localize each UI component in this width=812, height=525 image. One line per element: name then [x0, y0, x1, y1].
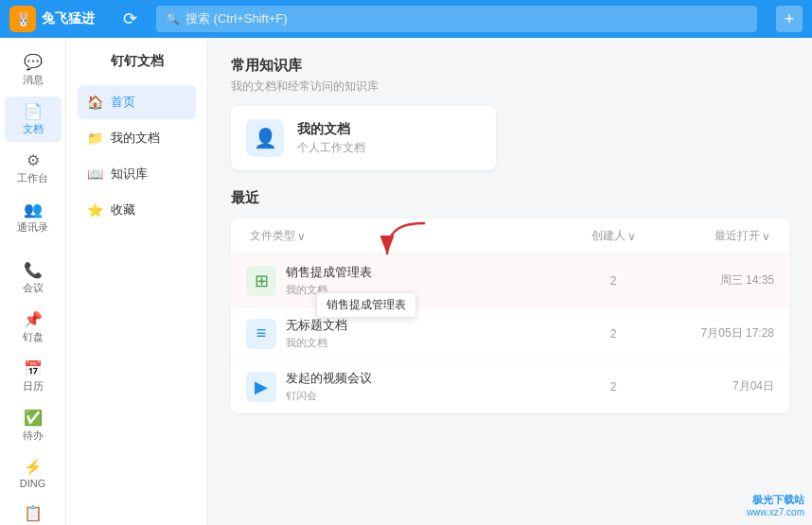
chevron-down-icon: ∨	[297, 230, 306, 243]
topbar: 🐰 兔飞猛进 ⟳ 🔍 搜索 (Ctrl+Shift+F) +	[0, 0, 812, 38]
last-open-label: 最近打开	[715, 228, 760, 244]
second-nav-home[interactable]: 🏠 首页	[78, 85, 196, 119]
file-icon-doc: ≡	[246, 319, 276, 349]
table-header: 文件类型 ∨ 创建人 ∨ 最近打开 ∨	[231, 219, 789, 254]
file-time: 7月05日 17:28	[661, 325, 774, 341]
todo-icon: ✅	[24, 409, 43, 427]
recent-title: 最近	[231, 189, 789, 207]
doc-icon: ≡	[256, 324, 267, 343]
second-nav-knowledge[interactable]: 📖 知识库	[78, 157, 196, 191]
docs-label: 文档	[23, 122, 44, 136]
file-type-label: 文件类型	[250, 228, 295, 244]
file-name: 销售提成管理表	[286, 264, 566, 281]
workbench-icon: ⚙	[26, 151, 40, 169]
home-label: 首页	[111, 94, 135, 111]
file-table: 文件类型 ∨ 创建人 ∨ 最近打开 ∨	[231, 219, 789, 413]
ding-icon: ⚡	[24, 458, 43, 476]
sidebar-item-project[interactable]: 📋 项目	[5, 499, 62, 525]
file-time: 7月04日	[661, 378, 774, 394]
file-icon-spreadsheet: ⊞	[246, 266, 276, 296]
my-docs-label: 我的文档	[111, 130, 160, 147]
main-layout: 💬 消息 📄 文档 ⚙ 工作台 👥 通讯录 📞 会议 📌 钉盘 📅 日历	[0, 38, 812, 525]
dingpan-label: 钉盘	[23, 330, 44, 344]
sidebar-item-calendar[interactable]: 📅 日历	[5, 354, 62, 399]
sidebar-item-contacts[interactable]: 👥 通讯录	[5, 195, 62, 240]
history-icon: ⟳	[123, 9, 137, 28]
my-docs-card-desc: 个人工作文档	[297, 140, 365, 156]
sidebar-item-todo[interactable]: ✅ 待办	[5, 403, 62, 448]
contacts-icon: 👥	[24, 201, 43, 219]
common-kb-title: 常用知识库	[231, 57, 789, 75]
search-icon: 🔍	[166, 12, 180, 26]
app-title: 兔飞猛进	[42, 10, 95, 27]
file-icon-meeting: ▶	[246, 372, 276, 402]
my-docs-card-icon: 👤	[246, 119, 284, 157]
left-sidebar: 💬 消息 📄 文档 ⚙ 工作台 👥 通讯录 📞 会议 📌 钉盘 📅 日历	[0, 38, 66, 525]
knowledge-label: 知识库	[111, 166, 148, 183]
my-docs-card-info: 我的文档 个人工作文档	[297, 121, 365, 156]
history-button[interactable]: ⟳	[123, 9, 137, 29]
content-area: 常用知识库 我的文档和经常访问的知识库 👤 我的文档 个人工作文档 最近 文件类…	[208, 38, 812, 525]
my-docs-card-name: 我的文档	[297, 121, 365, 138]
file-info: 无标题文档 我的文档	[286, 317, 566, 350]
col-creator: 创建人 ∨	[566, 226, 661, 246]
calendar-label: 日历	[23, 379, 44, 394]
sidebar-item-workbench[interactable]: ⚙ 工作台	[5, 146, 62, 191]
sidebar-item-meetings[interactable]: 📞 会议	[5, 255, 62, 301]
table-row[interactable]: ⊞ 销售提成管理表 我的文档 2 周三 14:35 销售提成管理表	[231, 254, 789, 307]
file-count: 2	[566, 327, 661, 341]
meetings-icon: 📞	[24, 261, 43, 279]
sidebar-item-ding[interactable]: ⚡ DING	[5, 452, 62, 495]
my-docs-icon: 📁	[87, 131, 103, 146]
file-location: 钉闪会	[286, 389, 566, 403]
creator-sort-button[interactable]: 创建人 ∨	[588, 226, 640, 246]
col-last-open: 最近打开 ∨	[661, 226, 774, 246]
second-nav-my-docs[interactable]: 📁 我的文档	[78, 121, 196, 155]
table-row[interactable]: ▶ 发起的视频会议 钉闪会 2 7月04日	[231, 360, 789, 413]
home-icon: 🏠	[87, 95, 103, 110]
file-info: 发起的视频会议 钉闪会	[286, 370, 566, 403]
file-location: 我的文档	[286, 336, 566, 350]
logo-icon: 🐰	[9, 6, 36, 32]
file-time: 周三 14:35	[661, 272, 774, 289]
messages-icon: 💬	[24, 53, 43, 71]
dingpan-icon: 📌	[24, 310, 43, 328]
docs-icon: 📄	[24, 102, 43, 120]
creator-label: 创建人	[591, 228, 626, 244]
tooltip-text: 销售提成管理表	[327, 298, 406, 311]
sidebar-item-docs[interactable]: 📄 文档	[5, 96, 62, 142]
last-open-sort-button[interactable]: 最近打开 ∨	[711, 226, 774, 246]
file-type-sort-button[interactable]: 文件类型 ∨	[246, 226, 309, 246]
project-icon: 📋	[24, 504, 43, 522]
app-logo: 🐰 兔飞猛进	[9, 6, 95, 32]
ding-label: DING	[20, 478, 46, 489]
add-icon: +	[785, 9, 795, 29]
sidebar-item-dingpan[interactable]: 📌 钉盘	[5, 305, 62, 350]
meetings-label: 会议	[23, 281, 44, 295]
my-docs-card[interactable]: 👤 我的文档 个人工作文档	[231, 106, 496, 170]
meeting-icon: ▶	[255, 376, 268, 397]
file-name: 发起的视频会议	[286, 370, 566, 387]
workbench-label: 工作台	[17, 171, 48, 185]
file-count: 2	[566, 380, 661, 394]
messages-label: 消息	[23, 73, 44, 87]
common-kb-subtitle: 我的文档和经常访问的知识库	[231, 79, 789, 95]
second-sidebar-title: 钉钉文档	[78, 53, 196, 70]
file-tooltip: 销售提成管理表	[316, 292, 416, 318]
add-button[interactable]: +	[776, 6, 803, 32]
file-name: 无标题文档	[286, 317, 566, 334]
star-icon: ⭐	[87, 202, 103, 218]
folder-person-icon: 👤	[254, 127, 277, 149]
table-row[interactable]: ≡ 无标题文档 我的文档 2 7月05日 17:28	[231, 307, 789, 360]
calendar-icon: 📅	[24, 359, 43, 377]
search-placeholder: 搜索 (Ctrl+Shift+F)	[185, 10, 288, 27]
sidebar-item-messages[interactable]: 💬 消息	[5, 47, 62, 93]
search-bar[interactable]: 🔍 搜索 (Ctrl+Shift+F)	[156, 6, 757, 32]
second-nav-favorites[interactable]: ⭐ 收藏	[78, 193, 196, 227]
favorites2-label: 收藏	[111, 201, 135, 219]
col-file-type: 文件类型 ∨	[246, 226, 566, 246]
file-count: 2	[566, 274, 661, 288]
creator-chevron-icon: ∨	[627, 230, 636, 243]
second-sidebar: 钉钉文档 🏠 首页 📁 我的文档 📖 知识库 ⭐ 收藏	[66, 38, 208, 525]
last-open-chevron-icon: ∨	[762, 230, 770, 243]
